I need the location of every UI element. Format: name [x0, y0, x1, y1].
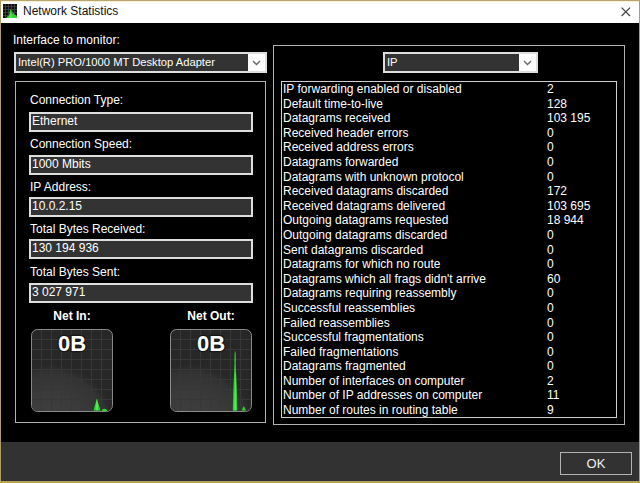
- svg-text:0B: 0B: [197, 331, 225, 356]
- svg-text:0B: 0B: [58, 331, 86, 356]
